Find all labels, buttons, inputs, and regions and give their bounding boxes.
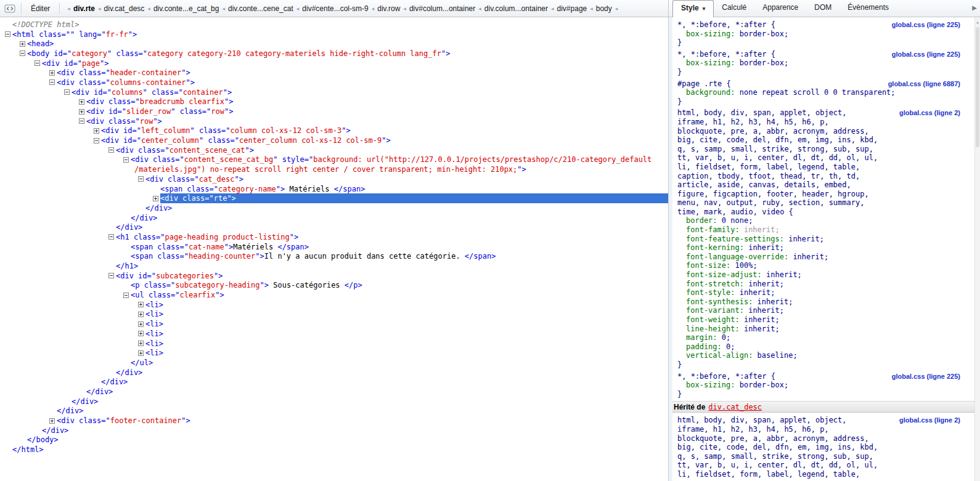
tree-line[interactable]: <div class="footer-container">: [0, 416, 668, 426]
breadcrumb-item[interactable]: div#colum...ontainer: [409, 4, 475, 13]
tree-line[interactable]: </div>: [0, 213, 668, 223]
tree-line[interactable]: <div class="cat_desc">: [0, 174, 668, 184]
breadcrumb-item[interactable]: div#page: [557, 4, 587, 13]
breadcrumb-item[interactable]: div.conte...e_cat_bg: [153, 4, 219, 13]
toggle-expand-icon[interactable]: [49, 70, 55, 76]
breadcrumb-item[interactable]: div.colum...ontainer: [484, 4, 548, 13]
tree-line[interactable]: <li>: [0, 310, 668, 320]
tree-line[interactable]: </div>: [0, 222, 668, 232]
tree-line[interactable]: <p class="subcategory-heading"> Sous-cat…: [0, 281, 668, 291]
toggle-collapse-icon[interactable]: [108, 234, 114, 240]
tree-line[interactable]: </div>: [0, 397, 668, 406]
tree-line[interactable]: /materiels.jpg") no-repeat scroll right …: [0, 164, 668, 174]
tree-line[interactable]: <div id="subcategories">: [0, 271, 668, 281]
css-source-link[interactable]: global.css (ligne 225): [892, 373, 960, 380]
inherited-element-link[interactable]: div.cat_desc: [708, 403, 762, 411]
toggle-collapse-icon[interactable]: [94, 138, 99, 143]
toggle-expand-icon[interactable]: [138, 312, 144, 317]
toggle-collapse-icon[interactable]: [20, 51, 25, 56]
tree-line[interactable]: <div class="content_scene_cat_bg" style=…: [0, 155, 668, 165]
toggle-collapse-icon[interactable]: [64, 89, 70, 95]
tree-line[interactable]: <div id="page">: [0, 59, 668, 68]
tree-line[interactable]: <li>: [0, 300, 668, 310]
toggle-collapse-icon[interactable]: [108, 273, 114, 278]
toggle-expand-icon[interactable]: [49, 418, 55, 424]
tree-line[interactable]: </h1>: [0, 261, 668, 271]
tree-line[interactable]: <span class="cat-name">Matériels </span>: [0, 242, 668, 252]
tree-line[interactable]: <div class="columns-container">: [0, 78, 668, 87]
css-source-link[interactable]: global.css (ligne 2): [899, 416, 960, 424]
breadcrumb-item[interactable]: div.cat_desc: [104, 4, 145, 13]
tab-calculé[interactable]: Calculé: [714, 1, 754, 15]
toggle-collapse-icon[interactable]: [49, 79, 55, 85]
toggle-collapse-icon[interactable]: [5, 31, 10, 37]
style-scrollbar[interactable]: ▲: [974, 17, 980, 481]
tree-line[interactable]: <li>: [0, 319, 668, 329]
tree-line[interactable]: <li>: [0, 339, 668, 349]
toggle-expand-icon[interactable]: [138, 331, 144, 336]
tree-line[interactable]: <li>: [0, 329, 668, 339]
css-selector-line: blockquote, pre, a, abbr, acronym, addre…: [669, 127, 980, 136]
tab-évènements[interactable]: Évènements: [839, 1, 897, 15]
tree-line[interactable]: </ul>: [0, 358, 668, 368]
toggle-collapse-icon[interactable]: [108, 147, 114, 153]
tree-line[interactable]: <div class="breadcrumb clearfix">: [0, 97, 668, 107]
tree-line[interactable]: <span class="heading-counter">Il n'y a a…: [0, 252, 668, 262]
tab-overflow-arrow-icon[interactable]: ▶: [972, 4, 977, 11]
tree-line[interactable]: </div>: [0, 406, 668, 416]
tree-line[interactable]: </div>: [0, 387, 668, 397]
toggle-expand-icon[interactable]: [20, 41, 25, 47]
toggle-collapse-icon[interactable]: [123, 157, 129, 163]
toggle-expand-icon[interactable]: [153, 196, 158, 201]
tree-line[interactable]: <li>: [0, 348, 668, 358]
tree-line[interactable]: <ul class="clearfix">: [0, 290, 668, 300]
tree-line[interactable]: <head>: [0, 39, 668, 49]
tree-line[interactable]: <div class="row">: [0, 116, 668, 126]
tab-apparence[interactable]: Apparence: [754, 1, 806, 15]
toggle-expand-icon[interactable]: [79, 109, 84, 115]
toggle-collapse-icon[interactable]: [138, 176, 144, 182]
tree-line[interactable]: <span class="category-name"> Matériels <…: [0, 184, 668, 194]
tree-line[interactable]: <html class="" lang="fr-fr">: [0, 30, 668, 39]
tree-line[interactable]: <div class="content_scene_cat">: [0, 145, 668, 155]
tree-line[interactable]: <div class="rte">: [0, 193, 668, 203]
edit-button[interactable]: Éditer: [26, 2, 55, 15]
breadcrumb-item[interactable]: div.row: [377, 4, 400, 13]
toggle-collapse-icon[interactable]: [35, 60, 40, 66]
css-source-link[interactable]: global.css (ligne 225): [892, 51, 960, 58]
toggle-expand-icon[interactable]: [79, 99, 84, 105]
breadcrumb-item[interactable]: div.conte...cene_cat: [228, 4, 293, 13]
scrollbar-up-arrow-icon[interactable]: ▲: [975, 18, 980, 26]
tree-line[interactable]: </div>: [0, 368, 668, 378]
tree-line[interactable]: <div id="left_column" class="column col-…: [0, 126, 668, 136]
tree-line[interactable]: <div class="header-container">: [0, 68, 668, 78]
tree-line[interactable]: <h1 class="page-heading product-listing"…: [0, 232, 668, 242]
toggle-expand-icon[interactable]: [138, 341, 144, 346]
tree-line[interactable]: <!DOCTYPE html>: [0, 20, 668, 30]
tab-dom[interactable]: DOM: [806, 1, 839, 15]
css-source-link[interactable]: global.css (ligne 2): [899, 109, 960, 116]
scrollbar-thumb[interactable]: [976, 27, 979, 147]
toggle-expand-icon[interactable]: [138, 302, 144, 307]
toggle-expand-icon[interactable]: [94, 128, 99, 134]
html-inspector-icon[interactable]: [3, 2, 17, 15]
breadcrumb-item[interactable]: body: [596, 4, 612, 13]
tree-line[interactable]: </html>: [0, 445, 668, 455]
css-source-link[interactable]: global.css (ligne 225): [892, 21, 960, 28]
tree-line[interactable]: </body>: [0, 435, 668, 445]
tree-line[interactable]: </div>: [0, 203, 668, 213]
tree-line[interactable]: <body id="category" class="category cate…: [0, 49, 668, 59]
tree-line[interactable]: <div id="slider_row" class="row">: [0, 107, 668, 116]
tab-style[interactable]: Style▾: [672, 0, 714, 17]
breadcrumb-item[interactable]: div#cente...col-sm-9: [302, 4, 368, 13]
breadcrumb-item[interactable]: div.rte: [73, 4, 95, 13]
toggle-expand-icon[interactable]: [138, 321, 144, 327]
css-source-link[interactable]: global.css (ligne 6887): [888, 80, 960, 87]
toggle-expand-icon[interactable]: [138, 350, 144, 356]
tree-line[interactable]: <div id="center_column" class="center_co…: [0, 135, 668, 145]
tree-line[interactable]: </div>: [0, 377, 668, 387]
tree-line[interactable]: <div id="columns" class="container">: [0, 87, 668, 97]
toggle-collapse-icon[interactable]: [123, 293, 129, 298]
tree-line[interactable]: </div>: [0, 426, 668, 435]
toggle-collapse-icon[interactable]: [79, 118, 84, 124]
